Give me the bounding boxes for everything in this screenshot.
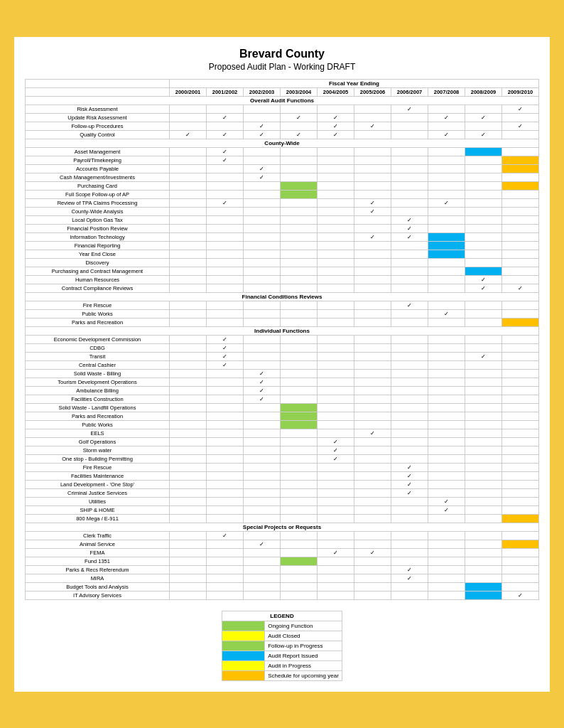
data-cell: ✓ <box>318 113 354 122</box>
data-cell <box>170 164 207 173</box>
table-row: Parks & Recs Referendum✓ <box>26 565 539 574</box>
data-cell <box>465 463 502 471</box>
data-cell <box>428 514 465 523</box>
data-cell <box>170 232 207 241</box>
data-cell <box>428 181 465 190</box>
data-cell <box>244 403 281 412</box>
data-cell <box>170 591 207 599</box>
data-cell <box>502 574 539 582</box>
data-cell <box>281 437 318 446</box>
data-cell <box>281 454 318 463</box>
data-cell: ✓ <box>244 395 281 403</box>
data-cell <box>207 463 244 471</box>
row-label: EELS <box>26 429 170 437</box>
data-cell <box>502 164 539 173</box>
data-cell <box>354 309 391 318</box>
data-cell <box>281 412 318 420</box>
data-cell <box>244 531 281 540</box>
data-cell <box>207 241 244 250</box>
data-cell <box>391 378 428 386</box>
data-cell <box>244 267 281 275</box>
data-cell <box>428 429 465 437</box>
data-cell <box>502 267 539 275</box>
data-cell <box>244 480 281 488</box>
table-row: Full Scope Follow-up of AP <box>26 190 539 198</box>
year-2000: 2000/2001 <box>170 87 207 96</box>
row-label: Clerk Traffic <box>26 531 170 540</box>
row-label: Transit <box>26 352 170 360</box>
data-cell <box>170 181 207 190</box>
data-cell <box>170 267 207 275</box>
section-header: Overall Audit Functions <box>26 96 539 105</box>
data-cell <box>244 574 281 582</box>
row-label: Solid Waste - Billing <box>26 369 170 378</box>
data-cell <box>428 403 465 412</box>
table-row: Facilities Construction✓ <box>26 395 539 403</box>
section-header: Special Projects or Requests <box>26 523 539 531</box>
data-cell <box>428 360 465 369</box>
year-2008: 2008/2009 <box>465 87 502 96</box>
data-cell: ✓ <box>428 505 465 514</box>
row-label: Quality Control <box>26 130 170 139</box>
data-cell <box>281 335 318 343</box>
data-cell <box>354 574 391 582</box>
table-row: Facilities Maintenance✓ <box>26 471 539 480</box>
data-cell <box>465 301 502 309</box>
data-cell <box>318 497 354 505</box>
data-cell <box>391 241 428 250</box>
data-cell <box>318 207 354 215</box>
data-cell <box>170 395 207 403</box>
data-cell <box>170 582 207 591</box>
data-cell: ✓ <box>318 437 354 446</box>
data-cell <box>465 173 502 181</box>
table-row: Fund 1351 <box>26 557 539 565</box>
data-cell <box>354 488 391 497</box>
data-cell <box>281 147 318 156</box>
data-cell <box>465 454 502 463</box>
data-cell <box>207 429 244 437</box>
data-cell <box>281 497 318 505</box>
data-cell <box>281 207 318 215</box>
data-cell <box>207 181 244 190</box>
data-cell <box>281 565 318 574</box>
data-cell <box>281 105 318 113</box>
data-cell <box>244 275 281 284</box>
data-cell <box>207 582 244 591</box>
data-cell <box>318 156 354 164</box>
data-cell <box>502 232 539 241</box>
data-cell <box>465 429 502 437</box>
data-cell <box>207 540 244 548</box>
data-cell <box>465 531 502 540</box>
data-cell <box>354 386 391 395</box>
data-cell <box>502 429 539 437</box>
data-cell: ✓ <box>354 122 391 130</box>
data-cell <box>170 122 207 130</box>
data-cell <box>391 318 428 326</box>
data-cell <box>502 241 539 250</box>
data-cell <box>244 113 281 122</box>
data-cell <box>465 412 502 420</box>
table-row: SHIP & HOME✓ <box>26 505 539 514</box>
year-2001: 2001/2002 <box>207 87 244 96</box>
table-row: Quality Control✓✓✓✓✓✓✓ <box>26 130 539 139</box>
data-cell <box>354 514 391 523</box>
data-cell <box>502 505 539 514</box>
data-cell <box>207 173 244 181</box>
data-cell <box>170 224 207 232</box>
data-cell <box>281 386 318 395</box>
data-cell <box>428 412 465 420</box>
data-cell <box>281 156 318 164</box>
data-cell <box>244 437 281 446</box>
data-cell <box>428 173 465 181</box>
row-label: Local Option Gas Tax <box>26 215 170 224</box>
legend-label: Schedule for upcoming year <box>265 670 342 680</box>
table-row: Purchasing Card <box>26 181 539 190</box>
data-cell <box>465 582 502 591</box>
data-cell <box>354 113 391 122</box>
row-label: Risk Assessment <box>26 105 170 113</box>
data-cell <box>465 224 502 232</box>
data-cell <box>318 318 354 326</box>
row-label: Payroll/Timekeeping <box>26 156 170 164</box>
data-cell <box>354 335 391 343</box>
data-cell <box>244 335 281 343</box>
